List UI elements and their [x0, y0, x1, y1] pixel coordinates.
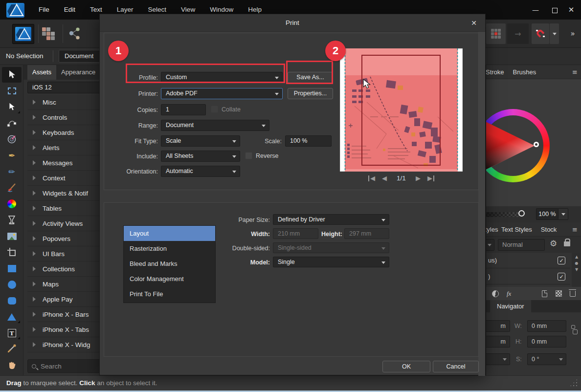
expand-caret-icon[interactable] — [33, 251, 36, 256]
asset-category-iphone-x-tabs[interactable]: iPhone X - Tabs — [27, 322, 99, 337]
expand-caret-icon[interactable] — [33, 206, 36, 211]
asset-search-box[interactable] — [27, 359, 99, 373]
previous-page-button[interactable]: ◀ — [382, 174, 387, 182]
place-image-tool[interactable] — [2, 228, 22, 244]
text-tool[interactable]: T — [2, 325, 22, 341]
asset-category-popovers[interactable]: Popovers — [27, 231, 99, 246]
export-persona-button[interactable] — [67, 27, 82, 43]
expand-caret-icon[interactable] — [33, 236, 36, 241]
model-dropdown[interactable]: Single — [273, 257, 389, 267]
scroll-up-icon[interactable]: ▲ — [575, 255, 578, 259]
expand-caret-icon[interactable] — [33, 282, 36, 286]
layer-visibility-checkbox[interactable]: ✓ — [558, 257, 565, 264]
asset-category-keyboards[interactable]: Keyboards — [27, 125, 99, 140]
expand-caret-icon[interactable] — [33, 100, 36, 105]
panel-menu-icon[interactable]: ≡ — [572, 226, 578, 233]
scroll-thumb-icon[interactable]: ● — [575, 261, 579, 265]
adjustment-icon[interactable] — [492, 290, 499, 297]
anchor-dropdown[interactable] — [486, 353, 510, 365]
asset-category-messages[interactable]: Messages — [27, 155, 99, 171]
layer-effects-icon[interactable]: fx — [507, 290, 511, 298]
expand-caret-icon[interactable] — [33, 145, 36, 150]
pencil-tool[interactable]: ✏ — [2, 164, 22, 179]
artboard-tool[interactable] — [2, 83, 22, 99]
expand-caret-icon[interactable] — [33, 221, 36, 226]
expand-caret-icon[interactable] — [33, 327, 36, 332]
asset-category-ui-bars[interactable]: UI Bars — [27, 246, 99, 261]
node-tool[interactable] — [2, 115, 22, 131]
orientation-dropdown[interactable]: Automatic — [161, 166, 240, 177]
color-picker-tool[interactable] — [2, 341, 22, 357]
layer-row[interactable]: us) ✓ — [486, 253, 570, 268]
expand-caret-icon[interactable] — [33, 312, 36, 317]
rectangle-tool[interactable] — [2, 261, 22, 276]
expand-caret-icon[interactable] — [33, 297, 36, 302]
toolbar-overflow-button[interactable]: » — [565, 23, 580, 44]
lock-icon[interactable] — [564, 241, 570, 246]
link-dimensions-icon[interactable] — [571, 325, 575, 329]
layer-visibility-checkbox[interactable]: ✓ — [558, 273, 565, 281]
tab-text-styles[interactable]: Text Styles — [497, 226, 536, 233]
asset-category-widgets-notif[interactable]: Widgets & Notif — [27, 186, 99, 201]
shear-dropdown[interactable]: 0 ° — [527, 353, 566, 365]
layer-row[interactable]: ) ✓ — [486, 269, 570, 284]
transform-arrow-button[interactable]: → — [507, 23, 529, 44]
dialog-close-button[interactable]: ✕ — [467, 14, 481, 32]
expand-caret-icon[interactable] — [33, 115, 36, 120]
snapping-options-caret[interactable] — [549, 23, 559, 44]
window-close-button[interactable]: ✕ — [564, 0, 579, 20]
gear-icon[interactable]: ⚙ — [550, 239, 557, 248]
hue-marker[interactable] — [534, 142, 539, 147]
node-arrow-tool[interactable] — [2, 99, 22, 115]
menu-file[interactable]: File — [31, 0, 57, 20]
paper-size-dropdown[interactable]: Defined by Driver — [273, 214, 389, 225]
snapping-magnet-button[interactable] — [532, 23, 549, 44]
mask-layer-icon[interactable] — [556, 290, 562, 297]
asset-category-iphone-x-bars[interactable]: iPhone X - Bars — [27, 307, 99, 322]
asset-set-dropdown[interactable]: iOS 12 — [27, 82, 99, 93]
tab-stock[interactable]: Stock — [536, 226, 561, 233]
next-page-button[interactable]: ▶ — [416, 174, 421, 182]
tab-stroke[interactable]: Stroke — [486, 68, 509, 76]
scroll-down-icon[interactable]: ▼ — [575, 267, 578, 272]
document-button[interactable]: Document — [59, 50, 106, 63]
asset-category-iphone-x-widg[interactable]: iPhone X - Widg — [27, 337, 99, 352]
expand-caret-icon[interactable] — [33, 191, 36, 196]
tab-navigator[interactable]: Navigator — [490, 300, 531, 312]
vector-brush-tool[interactable] — [2, 180, 22, 196]
asset-category-controls[interactable]: Controls — [27, 110, 99, 125]
move-tool[interactable] — [2, 67, 22, 83]
tab-assets[interactable]: Assets — [27, 65, 56, 80]
vector-crop-tool[interactable] — [2, 244, 22, 260]
expand-caret-icon[interactable] — [33, 130, 36, 135]
asset-category-context[interactable]: Context — [27, 171, 99, 186]
layers-scrollbar[interactable]: ▲ ● ▼ — [572, 253, 581, 287]
window-maximize-button[interactable] — [547, 0, 562, 20]
opacity-slider-handle[interactable] — [518, 210, 525, 217]
asset-category-collections[interactable]: Collections — [27, 261, 99, 277]
height-field[interactable]: 0 mm — [527, 336, 566, 348]
asset-category-alerts[interactable]: Alerts — [27, 140, 99, 155]
opacity-slider[interactable] — [486, 212, 520, 217]
first-page-button[interactable]: ◀ — [370, 174, 375, 182]
y-position-field[interactable]: m — [486, 336, 510, 348]
properties-button[interactable]: Properties... — [288, 88, 333, 99]
asset-category-misc[interactable]: Misc — [27, 95, 99, 110]
new-layer-icon[interactable] — [542, 290, 547, 297]
search-input[interactable] — [41, 363, 99, 370]
reverse-checkbox[interactable] — [245, 152, 252, 159]
opacity-value[interactable]: 100 % — [536, 208, 559, 220]
x-position-field[interactable]: m — [486, 320, 510, 332]
window-minimize-button[interactable]: — — [528, 0, 543, 20]
opacity-value-caret[interactable] — [559, 208, 568, 220]
print-section-print-to-file[interactable]: Print To File — [124, 286, 215, 302]
asset-category-apple-pay[interactable]: Apple Pay — [27, 292, 99, 307]
pen-tool[interactable]: ✒ — [2, 148, 22, 163]
view-tool[interactable] — [2, 357, 22, 373]
asset-category-tables[interactable]: Tables — [27, 201, 99, 216]
snapping-grid-button[interactable] — [486, 23, 506, 44]
ok-button[interactable]: OK — [382, 361, 430, 372]
clipped-dropdown[interactable] — [486, 239, 494, 251]
tab-appearance[interactable]: Appearance — [56, 65, 99, 80]
include-dropdown[interactable]: All Sheets — [161, 151, 240, 162]
